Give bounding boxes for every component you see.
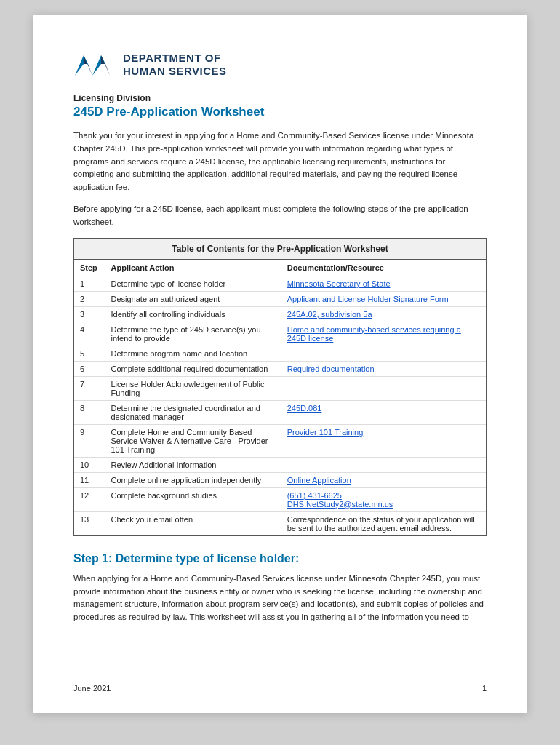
table-row: 8Determine the designated coordinator an… <box>74 400 486 424</box>
logo-dept-line2: HUMAN SERVICES <box>123 65 227 78</box>
row-step: 6 <box>74 361 105 376</box>
table-row: 2Designate an authorized agentApplicant … <box>74 291 486 306</box>
page: DEPARTMENT OF HUMAN SERVICES Licensing D… <box>33 15 527 713</box>
doc-link[interactable]: Applicant and License Holder Signature F… <box>287 295 449 303</box>
row-step: 3 <box>74 306 105 322</box>
toc-table-container: Table of Contents for the Pre-Applicatio… <box>73 238 487 536</box>
row-doc[interactable]: Home and community-based services requir… <box>281 322 486 346</box>
row-action: Designate an authorized agent <box>105 291 281 306</box>
row-action: Determine type of license holder <box>105 276 281 291</box>
dhs-logo-icon <box>73 49 113 80</box>
table-row: 13Check your email oftenCorrespondence o… <box>74 511 486 535</box>
row-doc: Correspondence on the status of your app… <box>281 511 486 535</box>
doc-link[interactable]: (651) 431-6625 <box>287 491 342 500</box>
row-action: Complete online application independentl… <box>105 472 281 487</box>
doc-link[interactable]: 245D.081 <box>287 404 322 413</box>
table-row: 11Complete online application independen… <box>74 472 486 487</box>
table-row: 12Complete background studies(651) 431-6… <box>74 487 486 511</box>
logo-text: DEPARTMENT OF HUMAN SERVICES <box>123 52 227 78</box>
table-row: 5Determine program name and location <box>74 346 486 361</box>
row-doc[interactable]: 245D.081 <box>281 400 486 424</box>
row-action: Check your email often <box>105 511 281 535</box>
toc-header-row: Step Applicant Action Documentation/Reso… <box>74 260 486 276</box>
doc-link[interactable]: Required documentation <box>287 364 375 373</box>
col-action: Applicant Action <box>105 260 281 276</box>
row-step: 1 <box>74 276 105 291</box>
row-action: Determine the type of 245D service(s) yo… <box>105 322 281 346</box>
svg-rect-0 <box>73 49 113 77</box>
row-doc[interactable]: (651) 431-6625DHS.NetStudy2@state.mn.us <box>281 487 486 511</box>
row-doc <box>281 457 486 472</box>
row-doc[interactable]: 245A.02, subdivision 5a <box>281 306 486 322</box>
row-doc[interactable]: Minnesota Secretary of State <box>281 276 486 291</box>
row-step: 7 <box>74 376 105 400</box>
doc-link[interactable]: 245A.02, subdivision 5a <box>287 310 372 319</box>
row-action: License Holder Acknowledgement of Public… <box>105 376 281 400</box>
doc-link[interactable]: Home and community-based services requir… <box>287 325 461 343</box>
row-action: Determine program name and location <box>105 346 281 361</box>
table-row: 7License Holder Acknowledgement of Publi… <box>74 376 486 400</box>
page-title: 245D Pre-Application Worksheet <box>73 105 487 119</box>
doc-link[interactable]: Provider 101 Training <box>287 428 364 437</box>
row-doc[interactable]: Applicant and License Holder Signature F… <box>281 291 486 306</box>
row-action: Determine the designated coordinator and… <box>105 400 281 424</box>
row-step: 8 <box>74 400 105 424</box>
row-action: Complete Home and Community Based Servic… <box>105 424 281 457</box>
table-row: 4Determine the type of 245D service(s) y… <box>74 322 486 346</box>
row-action: Complete background studies <box>105 487 281 511</box>
footer-date: June 2021 <box>73 684 111 693</box>
footer-page: 1 <box>482 684 487 693</box>
row-doc[interactable]: Online Application <box>281 472 486 487</box>
table-row: 10Review Additional Information <box>74 457 486 472</box>
col-step: Step <box>74 260 105 276</box>
row-doc[interactable]: Provider 101 Training <box>281 424 486 457</box>
doc-link[interactable]: Minnesota Secretary of State <box>287 279 391 288</box>
row-step: 9 <box>74 424 105 457</box>
row-action: Identify all controlling individuals <box>105 306 281 322</box>
intro-para2: Before applying for a 245D license, each… <box>73 203 487 229</box>
row-step: 12 <box>74 487 105 511</box>
footer: June 2021 1 <box>73 684 487 693</box>
row-step: 10 <box>74 457 105 472</box>
row-step: 2 <box>74 291 105 306</box>
row-action: Complete additional required documentati… <box>105 361 281 376</box>
row-step: 5 <box>74 346 105 361</box>
row-action: Review Additional Information <box>105 457 281 472</box>
logo-dept-line1: DEPARTMENT OF <box>123 52 227 65</box>
table-row: 3Identify all controlling individuals245… <box>74 306 486 322</box>
row-step: 13 <box>74 511 105 535</box>
table-row: 6Complete additional required documentat… <box>74 361 486 376</box>
toc-table: Step Applicant Action Documentation/Reso… <box>74 260 486 535</box>
svg-marker-3 <box>92 55 105 76</box>
division-label: Licensing Division <box>73 93 487 103</box>
doc-link[interactable]: Online Application <box>287 476 351 485</box>
intro-para1: Thank you for your interest in applying … <box>73 130 487 194</box>
header-logo: DEPARTMENT OF HUMAN SERVICES <box>73 49 487 80</box>
table-row: 1Determine type of license holderMinneso… <box>74 276 486 291</box>
row-doc[interactable]: Required documentation <box>281 361 486 376</box>
row-step: 11 <box>74 472 105 487</box>
row-doc <box>281 346 486 361</box>
row-step: 4 <box>74 322 105 346</box>
toc-table-title: Table of Contents for the Pre-Applicatio… <box>74 239 486 260</box>
row-doc <box>281 376 486 400</box>
doc-link-email[interactable]: DHS.NetStudy2@state.mn.us <box>287 500 393 509</box>
step1-title: Step 1: Determine type of license holder… <box>73 552 487 565</box>
table-row: 9Complete Home and Community Based Servi… <box>74 424 486 457</box>
col-doc: Documentation/Resource <box>281 260 486 276</box>
svg-marker-1 <box>75 55 88 76</box>
step1-para: When applying for a Home and Community-B… <box>73 573 487 624</box>
